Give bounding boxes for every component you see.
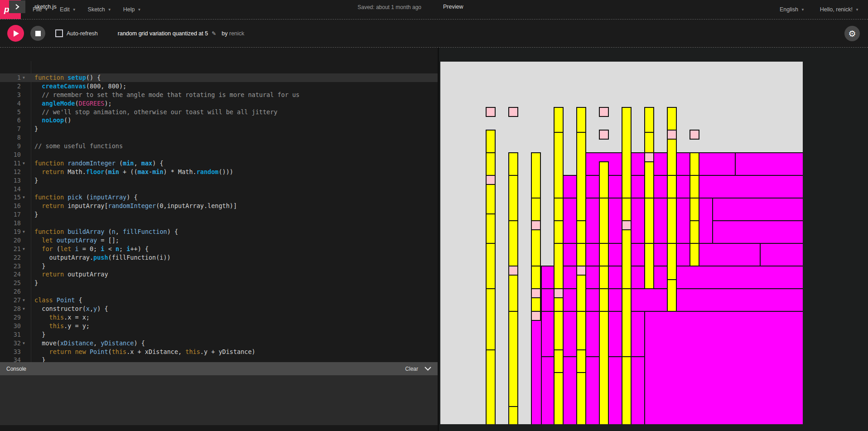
line-number: 19 bbox=[0, 228, 21, 236]
code-line[interactable]: 8 bbox=[0, 133, 438, 142]
art-rect bbox=[690, 130, 699, 140]
code-text: } bbox=[34, 176, 38, 185]
code-line[interactable]: 17} bbox=[0, 210, 438, 219]
code-text: return outputArray bbox=[34, 270, 108, 279]
code-line[interactable]: 6 noLoop() bbox=[0, 116, 438, 125]
code-line[interactable]: 9// some useful functions bbox=[0, 142, 438, 150]
code-line[interactable]: 19▼function buildArray (n, fillFunction)… bbox=[0, 228, 438, 236]
code-text: } bbox=[34, 125, 38, 133]
menu-sketch[interactable]: Sketch▼ bbox=[88, 6, 111, 13]
fold-arrow-icon[interactable]: ▼ bbox=[23, 194, 25, 202]
code-line[interactable]: 27▼class Point { bbox=[0, 296, 438, 305]
play-button[interactable] bbox=[7, 25, 24, 42]
code-line[interactable]: 34 } bbox=[0, 356, 438, 362]
art-rect bbox=[554, 288, 564, 298]
code-text: move(xDistance, yDistance) { bbox=[34, 339, 145, 348]
line-number: 34 bbox=[0, 356, 21, 362]
code-editor[interactable]: 1▼function setup() {2 createCanvas(800, … bbox=[0, 61, 438, 362]
art-rect bbox=[599, 198, 609, 244]
line-number: 28 bbox=[0, 305, 21, 313]
code-text: function randomInteger (min, max) { bbox=[34, 159, 164, 168]
code-line[interactable]: 23 } bbox=[0, 262, 438, 271]
code-line[interactable]: 3 // remember to set the angle mode that… bbox=[0, 91, 438, 99]
code-line[interactable]: 24 return outputArray bbox=[0, 270, 438, 279]
p5-canvas[interactable] bbox=[440, 62, 803, 424]
code-line[interactable]: 30 this.y = y; bbox=[0, 322, 438, 330]
account-menu[interactable]: Hello, renick!▼ bbox=[820, 6, 859, 13]
console-clear-button[interactable]: Clear bbox=[405, 366, 418, 372]
code-line[interactable]: 31 } bbox=[0, 330, 438, 339]
code-line[interactable]: 4 angleMode(DEGREES); bbox=[0, 99, 438, 108]
pencil-icon[interactable]: ✎ bbox=[212, 30, 216, 37]
language-selector[interactable]: English▼ bbox=[780, 6, 805, 13]
code-line[interactable]: 22 outputArray.push(fillFunction(i)) bbox=[0, 253, 438, 262]
line-number: 21 bbox=[0, 245, 21, 253]
code-line[interactable]: 15▼function pick (inputArray) { bbox=[0, 193, 438, 202]
menubar: p5* File▼ Edit▼ Sketch▼ Help▼ English▼ H… bbox=[0, 0, 868, 19]
code-line[interactable]: 33 return new Point(this.x + xDistance, … bbox=[0, 348, 438, 356]
art-rect bbox=[667, 130, 677, 140]
fold-arrow-icon[interactable]: ▼ bbox=[23, 245, 25, 254]
code-line[interactable]: 7} bbox=[0, 125, 438, 133]
code-line[interactable]: 1▼function setup() { bbox=[0, 73, 438, 82]
code-line[interactable]: 20 let outputArray = []; bbox=[0, 236, 438, 245]
code-line[interactable]: 10 bbox=[0, 150, 438, 159]
code-line[interactable]: 26 bbox=[0, 287, 438, 296]
art-rect bbox=[531, 229, 541, 266]
settings-button[interactable]: ⚙ bbox=[844, 26, 860, 41]
line-number: 12 bbox=[0, 168, 21, 176]
art-rect bbox=[644, 132, 654, 153]
art-rect bbox=[667, 279, 677, 312]
line-number: 15 bbox=[0, 193, 21, 202]
art-rect bbox=[667, 175, 677, 199]
author-name[interactable]: renick bbox=[229, 30, 244, 37]
console-output[interactable] bbox=[0, 375, 438, 425]
sidebar-collapse-button[interactable] bbox=[9, 0, 25, 13]
code-line[interactable]: 5 // we'll stop animation, otherwise our… bbox=[0, 108, 438, 116]
art-rect bbox=[599, 266, 609, 289]
fold-arrow-icon[interactable]: ▼ bbox=[23, 339, 25, 348]
stop-button[interactable] bbox=[30, 26, 45, 41]
code-line[interactable]: 29 this.x = x; bbox=[0, 313, 438, 322]
art-rect bbox=[576, 349, 586, 373]
code-text: return Math.floor(min + ((max-min) * Mat… bbox=[34, 168, 233, 176]
code-line[interactable]: 2 createCanvas(800, 800); bbox=[0, 82, 438, 91]
autorefresh-checkbox[interactable] bbox=[55, 29, 63, 37]
code-line[interactable]: 16 return inputArray[randomInteger(0,inp… bbox=[0, 202, 438, 210]
code-line[interactable]: 12 return Math.floor(min + ((max-min) * … bbox=[0, 168, 438, 176]
fold-arrow-icon[interactable]: ▼ bbox=[23, 296, 25, 305]
art-rect bbox=[554, 311, 564, 350]
code-line[interactable]: 32▼ move(xDistance, yDistance) { bbox=[0, 339, 438, 348]
play-icon bbox=[14, 30, 19, 37]
sketch-title: random grid variation quantized at 5 bbox=[118, 30, 208, 37]
art-rect bbox=[486, 184, 496, 214]
code-line[interactable]: 11▼function randomInteger (min, max) { bbox=[0, 159, 438, 168]
art-rect bbox=[508, 266, 518, 276]
fold-arrow-icon[interactable]: ▼ bbox=[23, 160, 25, 168]
line-number: 24 bbox=[0, 270, 21, 279]
fold-arrow-icon[interactable]: ▼ bbox=[23, 305, 25, 314]
art-rect bbox=[508, 152, 518, 176]
code-text: } bbox=[34, 330, 45, 339]
chevron-down-icon: ▼ bbox=[137, 8, 141, 12]
fold-arrow-icon[interactable]: ▼ bbox=[23, 228, 25, 237]
art-rect bbox=[644, 152, 654, 162]
line-number: 29 bbox=[0, 313, 21, 322]
menu-help[interactable]: Help▼ bbox=[123, 6, 141, 13]
art-rect bbox=[508, 107, 518, 117]
code-line[interactable]: 14 bbox=[0, 185, 438, 194]
code-line[interactable]: 13} bbox=[0, 176, 438, 185]
chevron-down-icon[interactable] bbox=[424, 367, 431, 371]
art-rect bbox=[712, 198, 803, 221]
code-line[interactable]: 28▼ constructor(x,y) { bbox=[0, 305, 438, 313]
menu-edit[interactable]: Edit▼ bbox=[60, 6, 76, 13]
console-title: Console bbox=[6, 366, 26, 372]
code-text: for (let i = 0; i < n; i++) { bbox=[34, 245, 149, 253]
code-line[interactable]: 25} bbox=[0, 279, 438, 287]
code-line[interactable]: 18 bbox=[0, 219, 438, 228]
code-lines: 1▼function setup() {2 createCanvas(800, … bbox=[0, 73, 438, 362]
code-line[interactable]: 21▼ for (let i = 0; i < n; i++) { bbox=[0, 245, 438, 253]
line-number: 3 bbox=[0, 91, 21, 99]
fold-arrow-icon[interactable]: ▼ bbox=[23, 74, 25, 82]
tab-sketch-js[interactable]: sketch.js bbox=[34, 4, 57, 10]
